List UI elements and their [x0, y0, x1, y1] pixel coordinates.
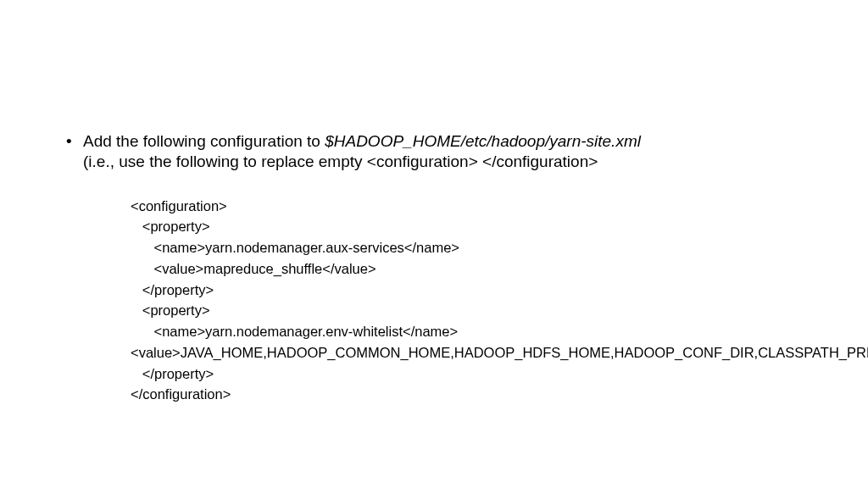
- code-line: </property>: [131, 280, 817, 301]
- code-line: <name>yarn.nodemanager.env-whitelist</na…: [131, 321, 817, 342]
- code-line: <value>mapreduce_shuffle</value>: [131, 258, 817, 280]
- code-line: </property>: [131, 363, 817, 385]
- code-line: <configuration>: [131, 196, 817, 217]
- bullet-text-post: (i.e., use the following to replace empt…: [83, 152, 598, 170]
- bullet-content: Add the following configuration to $HADO…: [83, 131, 817, 172]
- code-line: <value>JAVA_HOME,HADOOP_COMMON_HOME,HADO…: [131, 342, 817, 363]
- code-line: <property>: [131, 216, 817, 237]
- code-block: <configuration> <property> <name>yarn.no…: [131, 196, 817, 406]
- bullet-item: • Add the following configuration to $HA…: [51, 131, 817, 172]
- bullet-text-pre: Add the following configuration to: [83, 132, 325, 150]
- bullet-path: $HADOOP_HOME/etc/hadoop/yarn-site.xml: [325, 132, 641, 150]
- code-line: <name>yarn.nodemanager.aux-services</nam…: [131, 237, 817, 258]
- code-line: <property>: [131, 300, 817, 321]
- bullet-marker: •: [51, 131, 83, 172]
- code-line: </configuration>: [131, 384, 817, 405]
